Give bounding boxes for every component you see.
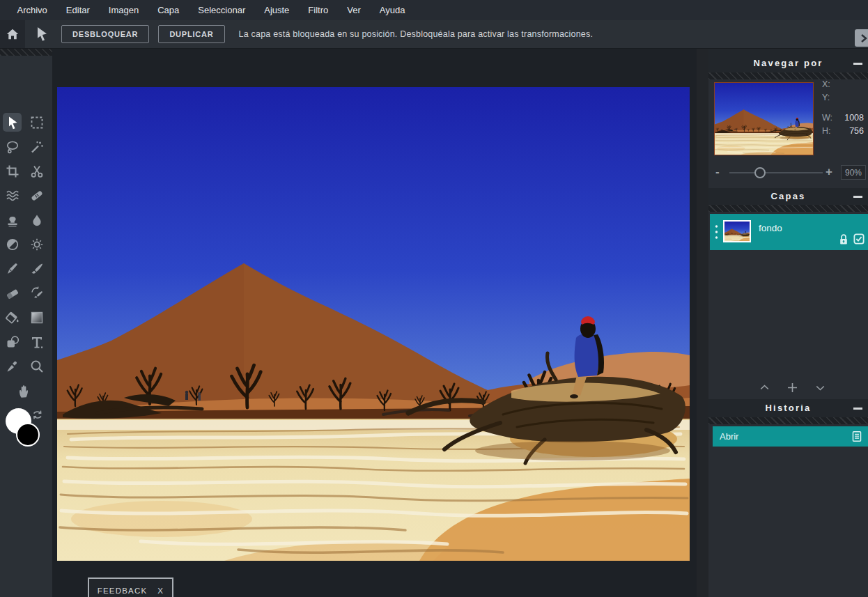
coord-h-label: H: [822,126,831,137]
brush-icon [29,261,45,277]
lasso-tool[interactable] [3,137,22,156]
layer-thumbnail [723,220,751,242]
gradient-tool[interactable] [27,308,46,327]
menu-item-imagen[interactable]: Imagen [99,0,148,20]
menu-item-archivo[interactable]: Archivo [8,0,56,20]
menu-item-capa[interactable]: Capa [148,0,189,20]
shape-tool[interactable] [3,332,22,351]
wand-tool[interactable] [27,137,46,156]
menu-item-ajuste[interactable]: Ajuste [255,0,299,20]
zoom-level-input[interactable] [841,165,866,180]
swap-colors-button[interactable] [32,409,43,421]
chevron-right-icon [859,33,868,44]
feedback-close-button[interactable]: X [157,587,164,595]
layer-move-up-button[interactable] [759,382,770,394]
coord-h-row: H: 756 [822,126,864,137]
arrange-cursor-icon [5,115,20,130]
navigator-title: Navegar por [753,58,823,68]
brush-swirl-icon [29,286,45,301]
right-panel: Navegar por X: Y: W: 1008 H: 756 - + Cap… [708,49,868,597]
layer-move-down-button[interactable] [814,382,826,394]
liquify-waves-icon [5,188,20,203]
unlock-button[interactable]: DESBLOQUEAR [61,25,149,43]
magnifier-icon [29,359,45,374]
marquee-icon [29,115,45,130]
zoom-slider-track[interactable] [729,172,823,173]
text-tool[interactable] [27,332,46,351]
temperature-tool[interactable] [27,235,46,254]
retouch-tool[interactable] [27,284,46,302]
lasso-icon [5,139,20,155]
history-header[interactable]: Historia [708,399,868,417]
chevron-down-icon [814,382,826,394]
plus-icon [786,382,798,394]
menubar: Archivo Editar Imagen Capa Seleccionar A… [0,0,868,20]
menu-item-seleccionar[interactable]: Seleccionar [189,0,255,20]
menu-item-ayuda[interactable]: Ayuda [370,0,414,20]
layer-visibility-checkbox[interactable] [853,233,865,245]
zoom-slider-knob[interactable] [754,167,766,178]
layer-drag-handle[interactable] [715,224,718,240]
layer-actions-bar [708,376,868,398]
coord-y-row: Y: [822,93,864,103]
collapse-icon[interactable] [853,408,862,410]
crop-tool[interactable] [3,162,22,180]
fill-tool[interactable] [3,308,22,327]
add-layer-button[interactable] [786,382,798,394]
menu-item-editar[interactable]: Editar [56,0,99,20]
zoom-tool[interactable] [27,357,46,375]
picker-tool[interactable] [3,357,22,375]
canvas-image[interactable] [57,87,690,561]
pen-tool[interactable] [3,259,22,278]
document-icon [851,431,862,442]
toggle-panel-button[interactable] [855,29,868,47]
draw-tool[interactable] [27,259,46,278]
text-icon [29,334,45,350]
layer-row-fondo[interactable]: fondo [710,214,868,250]
tool-options-bar: DESBLOQUEAR DUPLICAR La capa está bloque… [0,20,868,49]
sidebar-hatch-divider [0,49,52,56]
coord-x-label: X: [822,79,830,90]
bandage-icon [29,188,45,203]
marquee-tool[interactable] [27,113,46,132]
collapse-icon[interactable] [853,196,862,198]
coord-w-value: 1008 [844,113,864,123]
water-drop-icon [29,212,45,228]
shapes-icon [5,334,20,350]
scissors-icon [29,164,45,179]
hand-tool[interactable] [15,381,33,400]
zoom-out-button[interactable]: - [715,164,720,180]
layers-title: Capas [770,191,805,201]
hand-icon [16,382,33,399]
detail-tool[interactable] [27,210,46,229]
swap-colors-icon [32,409,43,421]
sun-icon [29,237,45,252]
cutout-tool[interactable] [27,162,46,180]
eyedropper-icon [5,359,20,374]
background-color-swatch[interactable] [16,423,40,447]
collapse-icon[interactable] [853,63,862,65]
home-button[interactable] [0,20,25,48]
menu-item-ver[interactable]: Ver [338,0,371,20]
layers-header[interactable]: Capas [708,188,868,205]
history-item-abrir[interactable]: Abrir [713,426,868,447]
eraser-tool[interactable] [3,284,22,302]
lock-icon[interactable] [838,233,849,245]
navigator-header[interactable]: Navegar por [708,49,868,72]
magic-wand-icon [29,139,45,155]
navigator-thumbnail[interactable] [714,82,814,155]
layer-name: fondo [759,223,782,233]
toning-tool[interactable] [3,235,22,254]
gradient-icon [29,310,45,325]
arrange-tool[interactable] [3,113,22,132]
home-icon [6,27,20,41]
clone-tool[interactable] [3,210,22,229]
panel-hatch-divider [708,72,868,79]
liquify-tool[interactable] [3,186,22,205]
eraser-icon [5,286,20,301]
zoom-in-button[interactable]: + [826,164,832,180]
feedback-button[interactable]: FEEDBACK X [88,577,173,597]
heal-tool[interactable] [27,186,46,205]
menu-item-filtro[interactable]: Filtro [299,0,338,20]
duplicate-button[interactable]: DUPLICAR [158,25,224,43]
